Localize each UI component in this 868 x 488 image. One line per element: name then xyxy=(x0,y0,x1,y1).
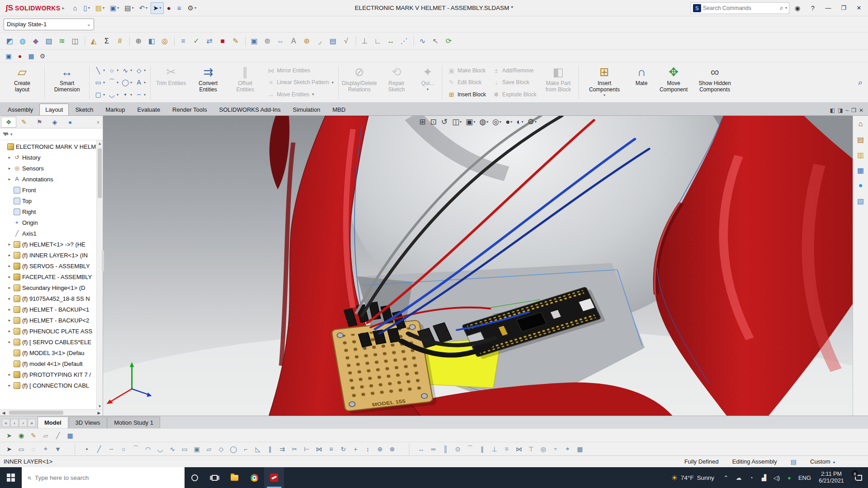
centerpoint-arc-icon[interactable]: ⌒ xyxy=(130,444,141,455)
previous-view-button[interactable]: ↺ xyxy=(441,117,448,127)
eraser-icon[interactable]: ▱ xyxy=(40,430,51,441)
search-caret-icon[interactable]: ▾ xyxy=(785,6,787,10)
tree-item[interactable]: ▸ (f) [ SERVO CABLES*ELE xyxy=(0,336,96,347)
edit-appearance-button[interactable]: ● ▾ xyxy=(505,118,512,127)
tree-item[interactable]: ▸ Secundary Hinge<1> (D xyxy=(0,282,96,293)
center-rectangle-icon[interactable]: ▣ xyxy=(191,444,202,455)
zoom-icon[interactable]: ⌖ xyxy=(40,444,51,455)
smart-dimension-icon[interactable]: ↔ xyxy=(416,444,427,455)
tangent-arc-icon[interactable]: ◡ xyxy=(155,444,166,455)
mass-properties-icon[interactable]: ⊕ xyxy=(133,35,144,47)
move-entities-icon[interactable]: + xyxy=(350,444,361,455)
tree-item[interactable]: ▸ (f) HELMET<1> ->? (HE xyxy=(0,239,96,250)
quick-selection-icon[interactable]: ⌕ xyxy=(855,64,865,101)
tree-item[interactable]: ▸ (f) 91075A452_18-8 SS N xyxy=(0,293,96,304)
expand-arrow-icon[interactable]: ▸ xyxy=(7,296,12,301)
tree-item[interactable]: Front xyxy=(0,185,96,195)
ribbon-tab[interactable]: MBD xyxy=(327,104,351,115)
mirror-entities-button[interactable]: ⋈ Mirror Entities xyxy=(266,66,335,75)
expand-arrow-icon[interactable]: ▸ xyxy=(7,264,12,268)
section-properties-icon[interactable]: ◧ xyxy=(146,35,157,47)
tree-item[interactable]: ▸ (f) [ CONNECTION CABL xyxy=(0,380,96,391)
material-icon[interactable]: ◆ xyxy=(30,35,42,47)
units-selector[interactable]: Custom ▴ xyxy=(810,458,864,465)
show-hidden-components-button[interactable]: ∞ Show HiddenComponents xyxy=(693,64,736,101)
view-orientation-button[interactable]: ▣ ▾ xyxy=(466,117,475,127)
ribbon-tab[interactable]: SOLIDWORKS Add-Ins xyxy=(213,104,286,115)
equations-icon[interactable]: Σ xyxy=(101,35,113,47)
note-icon[interactable]: ▤ xyxy=(327,35,339,47)
taskbar-clock[interactable]: 2:11 PM 6/21/2021 xyxy=(814,467,849,488)
expand-arrow-icon[interactable]: ▸ xyxy=(7,155,12,160)
expand-arrow-icon[interactable]: ▸ xyxy=(7,372,12,377)
grid-icon[interactable]: ▦ xyxy=(574,444,585,455)
start-button[interactable] xyxy=(0,467,22,488)
search-commands-input[interactable] xyxy=(703,5,778,11)
ellipse-tool[interactable]: ◯ ▾ xyxy=(120,77,133,89)
interference-icon[interactable]: ▣ xyxy=(248,35,260,47)
tree-item[interactable]: ▸ A Annotations xyxy=(0,174,96,185)
open-button[interactable]: ▨ ▾ xyxy=(93,2,107,14)
next-tab-button[interactable]: › xyxy=(19,419,27,427)
document-tab[interactable]: Motion Study 1 xyxy=(107,417,160,428)
document-tab[interactable]: Model xyxy=(38,417,68,428)
quick-snaps-button[interactable]: ✦ Qui... ▾ xyxy=(416,64,439,101)
curvature-icon[interactable]: ≋ xyxy=(56,35,68,47)
expand-arrow-icon[interactable]: ▸ xyxy=(7,318,12,322)
action-center-button[interactable]: 8 xyxy=(849,467,868,488)
spline-tool[interactable]: ∿ ▾ xyxy=(120,65,133,76)
expand-arrow-icon[interactable]: ▸ xyxy=(7,285,12,290)
command-search[interactable]: S ⌕ ▾ xyxy=(691,2,789,14)
appearances-tab[interactable]: ● xyxy=(855,180,866,191)
user-account-icon[interactable]: ◉ xyxy=(790,1,805,15)
tree-item[interactable]: ╱ Axis1 xyxy=(0,228,96,239)
datum-icon[interactable]: ⊥ xyxy=(359,35,370,47)
zoom-fit-button[interactable]: ⊞ xyxy=(419,117,426,127)
home-button[interactable]: ⌂ xyxy=(71,2,80,14)
tree-item[interactable]: ▸ (f) INNER LAYER<1> (IN xyxy=(0,250,96,261)
close-button[interactable]: ✕ xyxy=(852,1,866,15)
ribbon-tab[interactable]: Evaluate xyxy=(132,104,166,115)
chevron-up-icon[interactable]: ⌃ xyxy=(720,474,732,481)
circular-pattern-icon[interactable]: ↻ xyxy=(338,444,349,455)
polygon-tool[interactable]: ◇ ▾ xyxy=(134,65,147,76)
midpoint-relation-icon[interactable]: ÷ xyxy=(550,444,561,455)
lasso-select-icon[interactable]: ◌ xyxy=(28,444,39,455)
move-entities-button[interactable]: ↔ Move Entities ▾ xyxy=(266,90,335,99)
snap-icon[interactable]: ∟ xyxy=(372,35,384,47)
panel-expand-icon[interactable]: › xyxy=(95,118,102,125)
insert-components-button[interactable]: ⊞ Insert Components ▾ xyxy=(582,64,627,101)
panel-splitter-handle[interactable] xyxy=(102,251,104,271)
close-doc-icon[interactable]: ✕ xyxy=(859,107,863,114)
sketch-chamfer-icon[interactable]: ◺ xyxy=(252,444,263,455)
tree-item[interactable]: (f) model 4<1> (Default xyxy=(0,358,96,369)
expand-arrow-icon[interactable]: ▸ xyxy=(7,177,12,181)
hide-show-items-button[interactable]: ◎ ▾ xyxy=(493,117,502,127)
screen-capture-icon[interactable]: ▣ xyxy=(4,51,14,61)
clearance-icon[interactable]: ⇔ xyxy=(275,35,286,47)
ribbon-tab[interactable]: Assembly xyxy=(2,104,39,115)
minimize-doc-icon[interactable]: – xyxy=(845,107,849,114)
graphics-area[interactable]: MODEL 155 xyxy=(103,116,853,416)
paint-icon[interactable]: ✎ xyxy=(230,35,242,47)
slot-tool[interactable]: ▢ ▾ xyxy=(93,89,106,100)
minimize-button[interactable]: — xyxy=(821,1,835,15)
tree-item[interactable]: ▸ (f) HELMET - BACKUP<1 xyxy=(0,304,96,315)
stretch-entities-icon[interactable]: ↕ xyxy=(362,444,373,455)
annotation-icon[interactable]: A xyxy=(288,35,299,47)
dock-right-icon[interactable]: ◨ xyxy=(838,107,843,114)
display-relations-icon[interactable]: ⌖ xyxy=(562,444,573,455)
volume-icon[interactable]: ◁) xyxy=(770,474,783,481)
convert-entities-button[interactable]: ⇉ Convert Entities xyxy=(190,64,226,101)
tree-item[interactable]: ▸ (f) HELMET - BACKUP<2 xyxy=(0,315,96,326)
sketch-fillet-icon[interactable]: ⌐ xyxy=(240,444,251,455)
expand-arrow-icon[interactable]: ▸ xyxy=(7,383,12,388)
ellipse-icon[interactable]: ◯ xyxy=(228,444,239,455)
view-settings-button[interactable]: ⚙ ▾ xyxy=(527,117,536,127)
ribbon-tab[interactable]: Sketch xyxy=(69,104,99,115)
smart-dimension-button[interactable]: ↔ SmartDimension xyxy=(47,64,86,101)
display-state-combo[interactable]: Display State-1 ⌄ xyxy=(4,19,94,30)
symmetric-relation-icon[interactable]: ⋈ xyxy=(513,444,524,455)
circle-tool[interactable]: ○ ▾ xyxy=(107,65,119,76)
logo-caret-icon[interactable]: ▸ xyxy=(62,5,64,10)
